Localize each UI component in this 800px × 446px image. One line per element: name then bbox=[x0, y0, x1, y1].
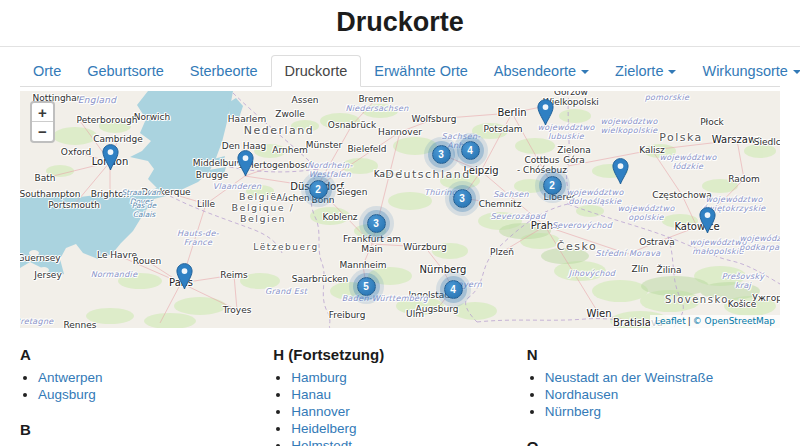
page: Druckorte OrteGeburtsorteSterbeorteDruck… bbox=[0, 7, 800, 446]
place-link[interactable]: Nürnberg bbox=[545, 404, 601, 419]
osm-link[interactable]: © OpenStreetMap bbox=[693, 316, 775, 326]
list-item: Helmstedt bbox=[291, 437, 526, 446]
caret-down-icon bbox=[668, 70, 676, 74]
place-link[interactable]: Helmstedt bbox=[291, 438, 352, 446]
zoom-in-button[interactable]: + bbox=[32, 103, 53, 122]
tab-zielorte[interactable]: Zielorte bbox=[602, 56, 689, 86]
cluster-count: 5 bbox=[363, 281, 369, 292]
map-marker-pin[interactable] bbox=[102, 144, 119, 171]
tab-absendeorte[interactable]: Absendeorte bbox=[481, 56, 602, 86]
map-marker-pin[interactable] bbox=[612, 158, 629, 185]
leaflet-link[interactable]: Leaflet bbox=[655, 316, 686, 326]
place-link[interactable]: Neustadt an der Weinstraße bbox=[545, 370, 714, 385]
cluster-count: 2 bbox=[315, 184, 321, 195]
index-column: NNeustadt an der WeinstraßeNordhausenNür… bbox=[527, 346, 780, 446]
tab-label: Erwähnte Orte bbox=[374, 63, 468, 79]
map-marker-cluster[interactable]: 5 bbox=[357, 277, 376, 296]
map-attribution: Leaflet|© OpenStreetMap bbox=[650, 315, 780, 328]
tab-wirkungsorte[interactable]: Wirkungsorte bbox=[689, 56, 800, 86]
list-item: Hannover bbox=[291, 403, 526, 420]
map-marker-pin[interactable] bbox=[237, 150, 254, 177]
map-marker-cluster[interactable]: 3 bbox=[453, 189, 472, 208]
place-link[interactable]: Hannover bbox=[291, 404, 350, 419]
cluster-count: 3 bbox=[459, 193, 465, 204]
place-link[interactable]: Nordhausen bbox=[545, 387, 619, 402]
tab-geburtsorte[interactable]: Geburtsorte bbox=[74, 56, 177, 86]
index-letter-heading: A bbox=[20, 346, 273, 363]
pin-shape bbox=[176, 263, 193, 290]
index-letter-heading: O bbox=[527, 438, 780, 446]
list-item: Antwerpen bbox=[38, 369, 273, 386]
page-title: Druckorte bbox=[0, 7, 800, 38]
list-item: Nordhausen bbox=[545, 386, 780, 403]
place-link[interactable]: Hanau bbox=[291, 387, 331, 402]
place-link[interactable]: Augsburg bbox=[38, 387, 96, 402]
map-marker-cluster[interactable]: 4 bbox=[444, 280, 463, 299]
tab-label: Wirkungsorte bbox=[702, 63, 787, 79]
place-link[interactable]: Heidelberg bbox=[291, 421, 356, 436]
list-item: Nürnberg bbox=[545, 403, 780, 420]
map-zoom-control: + − bbox=[30, 101, 55, 143]
map[interactable]: NottinghamNorwichPeterboroughCambridgeOx… bbox=[20, 91, 780, 328]
index-column: AAntwerpenAugsburgBBasel bbox=[20, 346, 273, 446]
pin-shape bbox=[537, 99, 554, 126]
list-item: Neustadt an der Weinstraße bbox=[545, 369, 780, 386]
tab-label: Orte bbox=[33, 63, 61, 79]
pin-shape bbox=[612, 158, 629, 185]
place-list: AntwerpenAugsburg bbox=[20, 369, 273, 403]
tab-sterbeorte[interactable]: Sterbeorte bbox=[177, 56, 271, 86]
list-item: Hamburg bbox=[291, 369, 526, 386]
tab-erw-hnte-orte[interactable]: Erwähnte Orte bbox=[361, 56, 481, 86]
map-marker-cluster[interactable]: 3 bbox=[432, 145, 451, 164]
index-group: NNeustadt an der WeinstraßeNordhausenNür… bbox=[527, 346, 780, 420]
index-group: BBasel bbox=[20, 421, 273, 446]
tab-label: Zielorte bbox=[615, 63, 663, 79]
pin-shape bbox=[699, 207, 716, 234]
map-marker-pin[interactable] bbox=[537, 99, 554, 126]
list-item: Augsburg bbox=[38, 386, 273, 403]
index-column: H (Fortsetzung)HamburgHanauHannoverHeide… bbox=[273, 346, 526, 446]
index-group: H (Fortsetzung)HamburgHanauHannoverHeide… bbox=[273, 346, 526, 446]
tab-orte[interactable]: Orte bbox=[20, 56, 74, 86]
place-list: Neustadt an der WeinstraßeNordhausenNürn… bbox=[527, 369, 780, 420]
tab-bar: OrteGeburtsorteSterbeorteDruckorteErwähn… bbox=[20, 55, 780, 87]
cluster-count: 3 bbox=[438, 149, 444, 160]
tab-label: Sterbeorte bbox=[190, 63, 258, 79]
title-divider bbox=[0, 46, 800, 47]
place-index: AAntwerpenAugsburgBBaselH (Fortsetzung)H… bbox=[20, 328, 780, 446]
cluster-count: 3 bbox=[373, 218, 379, 229]
caret-down-icon bbox=[793, 70, 800, 74]
list-item: Heidelberg bbox=[291, 420, 526, 437]
cluster-count: 4 bbox=[467, 145, 473, 156]
list-item: Hanau bbox=[291, 386, 526, 403]
pin-shape bbox=[237, 150, 254, 177]
pin-shape bbox=[102, 144, 119, 171]
map-marker-pin[interactable] bbox=[176, 263, 193, 290]
map-marker-pin[interactable] bbox=[699, 207, 716, 234]
map-marker-cluster[interactable]: 2 bbox=[309, 180, 328, 199]
index-group: O bbox=[527, 438, 780, 446]
index-letter-heading: B bbox=[20, 421, 273, 438]
cluster-count: 4 bbox=[450, 284, 456, 295]
map-marker-cluster[interactable]: 2 bbox=[543, 176, 562, 195]
map-marker-cluster[interactable]: 3 bbox=[367, 214, 386, 233]
map-marker-layer: 23432354 bbox=[20, 91, 780, 328]
index-letter-heading: N bbox=[527, 346, 780, 363]
caret-down-icon bbox=[581, 70, 589, 74]
place-link[interactable]: Antwerpen bbox=[38, 370, 103, 385]
index-group: AAntwerpenAugsburg bbox=[20, 346, 273, 403]
place-link[interactable]: Hamburg bbox=[291, 370, 347, 385]
cluster-count: 2 bbox=[549, 180, 555, 191]
map-marker-cluster[interactable]: 4 bbox=[461, 141, 480, 160]
tab-label: Absendeorte bbox=[494, 63, 576, 79]
tab-label: Geburtsorte bbox=[87, 63, 164, 79]
tab-label: Druckorte bbox=[285, 63, 348, 79]
index-letter-heading: H (Fortsetzung) bbox=[273, 346, 526, 363]
tab-druckorte[interactable]: Druckorte bbox=[271, 55, 362, 87]
attribution-separator: | bbox=[688, 316, 691, 326]
zoom-out-button[interactable]: − bbox=[32, 122, 53, 141]
place-list: HamburgHanauHannoverHeidelbergHelmstedt bbox=[273, 369, 526, 446]
